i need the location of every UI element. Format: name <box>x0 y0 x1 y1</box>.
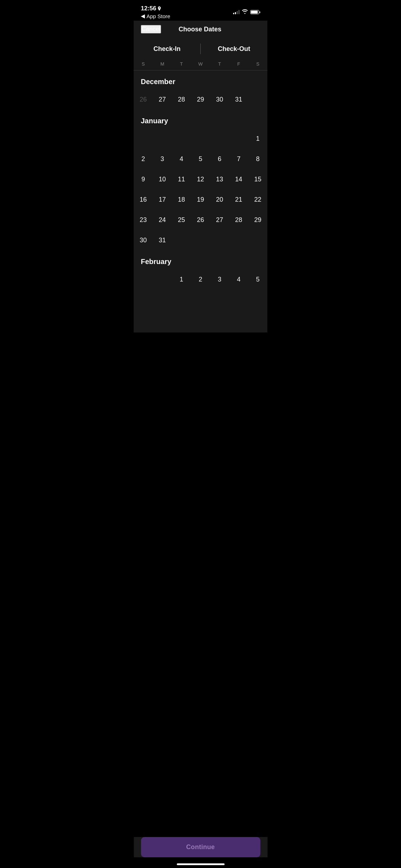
calendar-grid-february: 12345 <box>134 269 267 290</box>
back-chevron: ◀ <box>141 13 145 19</box>
cal-day-jan-empty-1 <box>153 129 172 149</box>
day-header-w3: W <box>191 61 210 67</box>
cal-day-jan-20[interactable]: 20 <box>210 190 229 210</box>
cal-day-feb-3[interactable]: 3 <box>210 269 229 290</box>
cal-day-jan-empty-5 <box>229 129 248 149</box>
calendar-content: December262728293031January1234567891011… <box>134 71 267 332</box>
cal-day-jan-5[interactable]: 5 <box>191 149 210 169</box>
checkin-col[interactable]: Check-In <box>134 45 200 53</box>
cal-day-dec-26: 26 <box>134 89 153 110</box>
status-right <box>233 9 260 15</box>
cal-day-jan-26[interactable]: 26 <box>191 210 210 230</box>
cal-day-dec-31[interactable]: 31 <box>229 89 248 110</box>
cal-day-jan-22[interactable]: 22 <box>248 190 267 210</box>
cal-day-jan-10[interactable]: 10 <box>153 169 172 190</box>
cal-day-dec-28[interactable]: 28 <box>172 89 191 110</box>
day-header-s6: S <box>248 61 267 67</box>
cal-day-jan-2[interactable]: 2 <box>134 149 153 169</box>
cal-day-jan-14[interactable]: 14 <box>229 169 248 190</box>
day-header-t4: T <box>210 61 229 67</box>
back-label: App Store <box>146 13 170 19</box>
status-bar: 12:56 ◀ App Store <box>134 0 267 21</box>
cal-day-jan-27[interactable]: 27 <box>210 210 229 230</box>
cal-day-feb-empty-0 <box>134 269 153 290</box>
month-label-december: December <box>134 71 267 89</box>
cal-day-jan-18[interactable]: 18 <box>172 190 191 210</box>
cal-day-jan-7[interactable]: 7 <box>229 149 248 169</box>
cal-day-jan-empty-2 <box>172 129 191 149</box>
cal-day-jan-empty-3 <box>191 129 210 149</box>
day-header-t2: T <box>172 61 191 67</box>
cal-day-jan-29[interactable]: 29 <box>248 210 267 230</box>
cal-day-jan-25[interactable]: 25 <box>172 210 191 230</box>
checkout-col[interactable]: Check-Out <box>201 45 267 53</box>
time-display: 12:56 <box>141 5 156 12</box>
cal-day-feb-1[interactable]: 1 <box>172 269 191 290</box>
checkout-label: Check-Out <box>218 45 250 52</box>
day-header-m1: M <box>153 61 172 67</box>
location-icon <box>158 6 161 11</box>
app-store-back[interactable]: ◀ App Store <box>141 13 170 19</box>
cal-day-feb-2[interactable]: 2 <box>191 269 210 290</box>
cal-day-jan-31[interactable]: 31 <box>153 230 172 250</box>
cal-day-dec-empty <box>248 89 267 110</box>
cal-day-dec-29[interactable]: 29 <box>191 89 210 110</box>
cal-day-jan-12[interactable]: 12 <box>191 169 210 190</box>
day-header-f5: F <box>229 61 248 67</box>
cal-day-dec-27[interactable]: 27 <box>153 89 172 110</box>
status-left: 12:56 ◀ App Store <box>141 5 170 19</box>
cal-day-jan-11[interactable]: 11 <box>172 169 191 190</box>
calendar-grid-january: 1234567891011121314151617181920212223242… <box>134 129 267 250</box>
cal-day-jan-8[interactable]: 8 <box>248 149 267 169</box>
wifi-icon <box>242 9 248 15</box>
cal-day-jan-6[interactable]: 6 <box>210 149 229 169</box>
cal-day-jan-21[interactable]: 21 <box>229 190 248 210</box>
cal-day-jan-17[interactable]: 17 <box>153 190 172 210</box>
nav-bar: Cancel Choose Dates <box>134 21 267 38</box>
cal-day-jan-4[interactable]: 4 <box>172 149 191 169</box>
cancel-button[interactable]: Cancel <box>141 25 161 33</box>
cal-day-jan-16[interactable]: 16 <box>134 190 153 210</box>
cal-day-jan-1[interactable]: 1 <box>248 129 267 149</box>
status-time: 12:56 <box>141 5 170 12</box>
cal-day-jan-9[interactable]: 9 <box>134 169 153 190</box>
cal-day-jan-empty-0 <box>134 129 153 149</box>
cal-day-dec-30[interactable]: 30 <box>210 89 229 110</box>
cal-day-jan-24[interactable]: 24 <box>153 210 172 230</box>
cal-day-feb-4[interactable]: 4 <box>229 269 248 290</box>
cal-day-jan-28[interactable]: 28 <box>229 210 248 230</box>
cal-day-feb-5[interactable]: 5 <box>248 269 267 290</box>
battery-icon <box>250 10 260 14</box>
signal-bar-3 <box>237 11 238 14</box>
checkin-header: Check-In Check-Out <box>134 38 267 59</box>
cal-day-jan-19[interactable]: 19 <box>191 190 210 210</box>
cal-day-jan-13[interactable]: 13 <box>210 169 229 190</box>
cal-day-jan-3[interactable]: 3 <box>153 149 172 169</box>
cal-day-feb-empty-1 <box>153 269 172 290</box>
signal-bar-1 <box>233 13 234 14</box>
signal-bars <box>233 10 240 14</box>
cal-day-jan-empty-4 <box>210 129 229 149</box>
month-label-february: February <box>134 250 267 269</box>
month-label-january: January <box>134 110 267 129</box>
day-headers: SMTWTFS <box>134 59 267 71</box>
signal-bar-4 <box>238 10 240 14</box>
cal-day-jan-15[interactable]: 15 <box>248 169 267 190</box>
signal-bar-2 <box>235 12 236 14</box>
checkin-label: Check-In <box>153 45 180 52</box>
page-title: Choose Dates <box>179 26 221 33</box>
cal-day-jan-23[interactable]: 23 <box>134 210 153 230</box>
day-header-s0: S <box>134 61 153 67</box>
cal-day-jan-30[interactable]: 30 <box>134 230 153 250</box>
calendar-grid-december: 262728293031 <box>134 89 267 110</box>
